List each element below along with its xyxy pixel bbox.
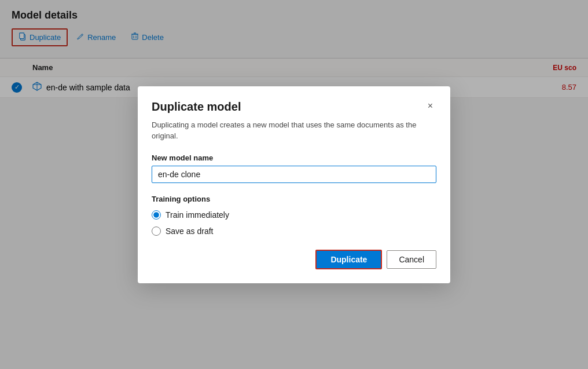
training-options-label: Training options bbox=[152, 195, 436, 203]
train-immediately-label: Train immediately bbox=[166, 210, 229, 220]
model-name-input[interactable] bbox=[152, 166, 436, 183]
modal-close-button[interactable]: × bbox=[424, 100, 436, 112]
modal-overlay: Duplicate model × Duplicating a model cr… bbox=[0, 0, 588, 369]
model-name-label: New model name bbox=[152, 154, 436, 162]
save-as-draft-radio[interactable] bbox=[152, 226, 161, 236]
save-as-draft-option[interactable]: Save as draft bbox=[152, 226, 436, 236]
save-as-draft-label: Save as draft bbox=[166, 226, 214, 236]
train-immediately-radio[interactable] bbox=[152, 210, 161, 220]
train-immediately-option[interactable]: Train immediately bbox=[152, 210, 436, 220]
modal-footer: Duplicate Cancel bbox=[152, 250, 436, 269]
modal-title: Duplicate model bbox=[152, 100, 241, 114]
duplicate-model-modal: Duplicate model × Duplicating a model cr… bbox=[138, 86, 450, 283]
modal-description: Duplicating a model creates a new model … bbox=[152, 119, 436, 142]
duplicate-confirm-button[interactable]: Duplicate bbox=[315, 250, 382, 269]
cancel-button[interactable]: Cancel bbox=[387, 250, 436, 269]
modal-header: Duplicate model × bbox=[152, 100, 436, 114]
training-options-group: Train immediately Save as draft bbox=[152, 210, 436, 236]
